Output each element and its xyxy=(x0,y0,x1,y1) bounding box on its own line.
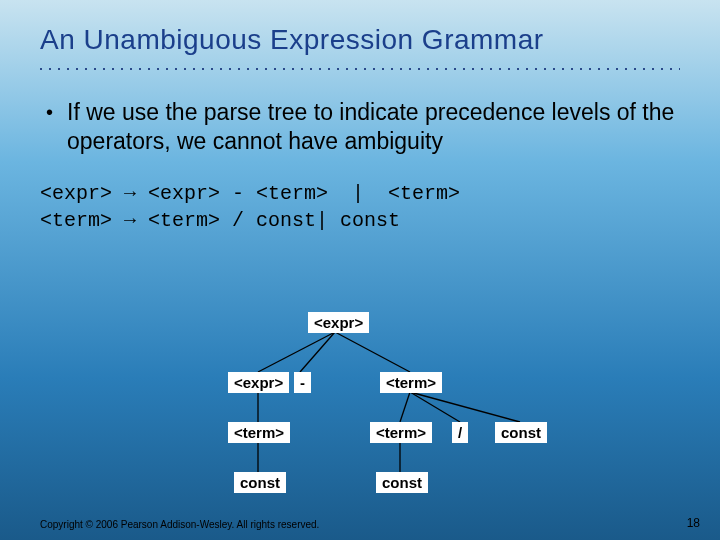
tree-edges xyxy=(0,310,720,510)
grammar-line-2: <term> → <term> / const| const xyxy=(40,209,400,232)
tree-node-const-rl: const xyxy=(376,472,428,493)
title-underline xyxy=(40,68,680,70)
grammar-line-1: <expr> → <expr> - <term> | <term> xyxy=(40,182,460,205)
tree-node-term-left: <term> xyxy=(228,422,290,443)
page-number: 18 xyxy=(687,516,700,530)
svg-line-0 xyxy=(258,332,335,372)
svg-line-5 xyxy=(400,392,410,422)
tree-node-expr-root: <expr> xyxy=(308,312,369,333)
copyright-footer: Copyright © 2006 Pearson Addison-Wesley.… xyxy=(40,519,319,530)
bullet-dot-icon: • xyxy=(40,98,53,156)
parse-tree: <expr> <expr> - <term> <term> <term> / c… xyxy=(0,310,720,510)
tree-node-minus: - xyxy=(294,372,311,393)
slide-title: An Unambiguous Expression Grammar xyxy=(40,24,680,56)
svg-line-7 xyxy=(410,392,520,422)
bullet-item: • If we use the parse tree to indicate p… xyxy=(40,98,680,156)
tree-node-const-left: const xyxy=(234,472,286,493)
svg-line-6 xyxy=(410,392,460,422)
tree-node-slash: / xyxy=(452,422,468,443)
svg-line-2 xyxy=(335,332,410,372)
svg-line-1 xyxy=(300,332,335,372)
grammar-block: <expr> → <expr> - <term> | <term> <term>… xyxy=(40,180,680,234)
tree-node-const-rr: const xyxy=(495,422,547,443)
tree-node-term-rl: <term> xyxy=(370,422,432,443)
tree-node-term-right: <term> xyxy=(380,372,442,393)
slide: An Unambiguous Expression Grammar • If w… xyxy=(0,0,720,540)
bullet-text: If we use the parse tree to indicate pre… xyxy=(67,98,680,156)
tree-node-expr-left: <expr> xyxy=(228,372,289,393)
